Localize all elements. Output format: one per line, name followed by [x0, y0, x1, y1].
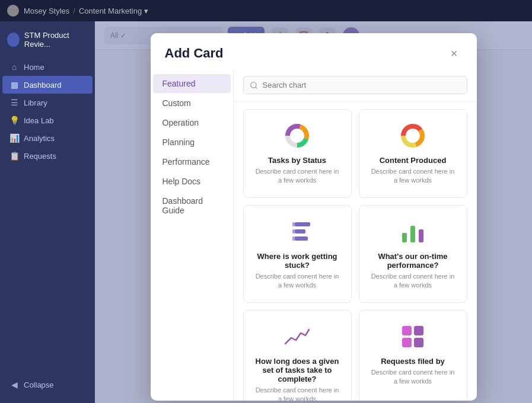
- library-icon: ☰: [9, 98, 19, 107]
- svg-rect-13: [292, 229, 295, 234]
- card-desc: Describe card conent here in a few workd…: [369, 272, 457, 290]
- modal-close-button[interactable]: ×: [446, 45, 463, 62]
- category-item-dashboard-guide[interactable]: Dashboard Guide: [153, 191, 231, 220]
- category-item-featured[interactable]: Featured: [153, 74, 231, 93]
- breadcrumb-sep: /: [73, 7, 75, 15]
- donut-warm-icon: [399, 121, 427, 150]
- content-area: + Add 🔔 📅 ? SZ Add Card × Featured Cu: [95, 21, 532, 403]
- chart-search-input[interactable]: [243, 76, 467, 94]
- sidebar: STM Product Revie... ⌂ Home ▦ Dashboard …: [0, 21, 95, 403]
- sidebar-item-analytics[interactable]: 📊 Analytics: [2, 129, 93, 147]
- svg-point-4: [291, 130, 303, 142]
- home-icon: ⌂: [9, 62, 19, 72]
- sidebar-logo-row: STM Product Revie...: [0, 26, 95, 58]
- card-title: Content Produced: [380, 156, 447, 165]
- sidebar-item-label: Library: [24, 98, 47, 107]
- sidebar-logo-icon: [7, 33, 20, 47]
- card-desc: Describe card conent here in a few workd…: [253, 167, 342, 185]
- dashboard-icon: ▦: [9, 80, 19, 89]
- card-task-completion-time[interactable]: How long does a given set of tasks take …: [243, 310, 352, 401]
- sidebar-bottom: ◀ Collapse: [0, 371, 95, 398]
- modal-title: Add Card: [165, 46, 224, 61]
- card-desc: Describe card conent here in a few workd…: [253, 272, 342, 290]
- svg-point-8: [407, 130, 419, 142]
- svg-rect-16: [410, 226, 415, 242]
- sidebar-item-label: Analytics: [24, 134, 55, 143]
- modal-overlay: Add Card × Featured Custom Operation Pla…: [95, 21, 532, 403]
- line-chart-icon: [283, 322, 311, 351]
- card-content-produced[interactable]: Content Produced Describe card conent he…: [359, 109, 467, 198]
- sidebar-item-idea-lab[interactable]: 💡 Idea Lab: [2, 111, 93, 129]
- sidebar-item-label: Collapse: [24, 380, 54, 389]
- category-item-operation[interactable]: Operation: [153, 113, 231, 132]
- card-title: How long does a given set of tasks take …: [253, 357, 342, 383]
- svg-rect-12: [292, 222, 295, 226]
- svg-rect-20: [402, 338, 412, 347]
- idea-lab-icon: 💡: [9, 116, 19, 125]
- card-title: Where is work getting stuck?: [253, 252, 342, 270]
- sidebar-item-label: Idea Lab: [24, 116, 54, 125]
- add-card-modal: Add Card × Featured Custom Operation Pla…: [151, 33, 477, 401]
- svg-rect-14: [292, 236, 295, 241]
- topbar-logo: [7, 5, 19, 17]
- svg-rect-9: [295, 222, 310, 226]
- card-desc: Describe card conent here in a few workd…: [253, 386, 342, 401]
- search-bar: [234, 69, 477, 102]
- chevron-down-icon: ▾: [144, 7, 148, 15]
- svg-rect-21: [414, 338, 423, 347]
- svg-rect-19: [414, 326, 423, 335]
- sidebar-item-requests[interactable]: 📋 Requests: [2, 147, 93, 165]
- sidebar-item-collapse[interactable]: ◀ Collapse: [2, 376, 93, 394]
- card-desc: Describe card conent here in a few workd…: [369, 368, 457, 386]
- sidebar-item-home[interactable]: ⌂ Home: [2, 58, 93, 76]
- breadcrumb-current: Content Marketing ▾: [79, 7, 148, 15]
- svg-rect-17: [419, 229, 423, 242]
- card-work-stuck[interactable]: Where is work getting stuck? Describe ca…: [243, 205, 352, 303]
- bar-horizontal-icon: [283, 218, 311, 246]
- sidebar-item-label: Requests: [24, 152, 56, 161]
- modal-header: Add Card ×: [151, 33, 477, 69]
- sidebar-item-label: Dashboard: [24, 81, 62, 89]
- card-title: What's our on-time performance?: [369, 252, 457, 270]
- modal-body: Featured Custom Operation Planning Perfo…: [151, 69, 477, 401]
- category-item-performance[interactable]: Performance: [153, 152, 231, 171]
- grid-squares-icon: [399, 322, 427, 351]
- svg-rect-11: [295, 236, 308, 241]
- sidebar-item-library[interactable]: ☰ Library: [2, 94, 93, 111]
- card-title: Tasks by Status: [268, 156, 326, 165]
- topbar: Mosey Styles / Content Marketing ▾: [0, 0, 532, 21]
- card-on-time-performance[interactable]: What's our on-time performance? Describe…: [359, 205, 467, 303]
- sidebar-app-name: STM Product Revie...: [24, 31, 88, 49]
- breadcrumb-company: Mosey Styles: [24, 7, 69, 15]
- analytics-icon: 📊: [9, 133, 19, 143]
- category-list: Featured Custom Operation Planning Perfo…: [151, 69, 234, 401]
- card-tasks-by-status[interactable]: Tasks by Status Describe card conent her…: [243, 109, 352, 198]
- svg-rect-15: [402, 233, 407, 242]
- category-item-help-docs[interactable]: Help Docs: [153, 172, 231, 191]
- card-requests-filed[interactable]: Requests filed by Describe card conent h…: [359, 310, 467, 401]
- svg-rect-10: [295, 229, 305, 234]
- main-layout: STM Product Revie... ⌂ Home ▦ Dashboard …: [0, 21, 532, 403]
- svg-rect-18: [402, 326, 412, 335]
- bar-vertical-icon: [399, 218, 427, 246]
- cards-grid: Tasks by Status Describe card conent her…: [234, 102, 477, 401]
- donut-chart-icon: [283, 121, 311, 150]
- card-desc: Describe card conent here in a few workd…: [369, 167, 457, 185]
- collapse-icon: ◀: [9, 380, 19, 389]
- category-item-planning[interactable]: Planning: [153, 133, 231, 152]
- cards-area: Tasks by Status Describe card conent her…: [234, 69, 477, 401]
- sidebar-item-dashboard[interactable]: ▦ Dashboard: [2, 76, 93, 94]
- breadcrumb: Mosey Styles / Content Marketing ▾: [24, 7, 148, 15]
- card-title: Requests filed by: [381, 357, 445, 366]
- requests-icon: 📋: [9, 151, 19, 161]
- sidebar-item-label: Home: [24, 63, 44, 72]
- category-item-custom[interactable]: Custom: [153, 94, 231, 113]
